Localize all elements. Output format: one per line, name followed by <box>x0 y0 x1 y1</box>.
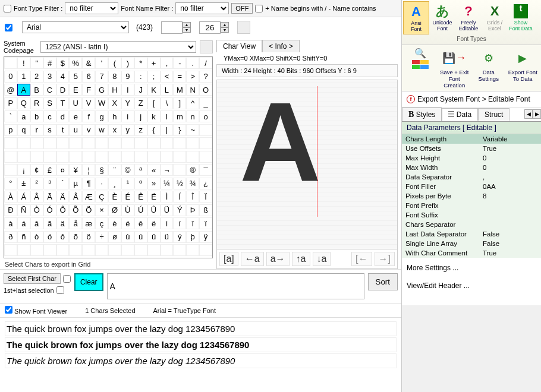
char-cell[interactable]: Ò <box>30 204 43 216</box>
tab-struct[interactable]: Struct <box>478 108 509 121</box>
char-cell[interactable]: $ <box>56 57 70 69</box>
char-cell[interactable]: w <box>95 124 108 136</box>
char-cell[interactable]: " <box>30 57 43 69</box>
char-cell[interactable]: · <box>95 178 108 189</box>
char-cell[interactable] <box>82 244 95 256</box>
char-cell[interactable]: Þ <box>186 204 199 216</box>
char-cell[interactable]: E <box>69 84 82 96</box>
char-cell[interactable]: º <box>134 178 147 189</box>
more-settings-link[interactable]: More Settings ... <box>407 264 536 272</box>
codepage-select[interactable]: 1252 (ANSI - latin I) <box>40 41 196 53</box>
char-cell[interactable] <box>147 137 161 149</box>
char-cell[interactable]: Õ <box>69 204 82 216</box>
char-cell[interactable]: Ï <box>199 191 212 203</box>
char-cell[interactable] <box>4 164 17 176</box>
char-cell[interactable]: & <box>82 57 95 69</box>
char-cell[interactable] <box>173 244 186 256</box>
char-cell[interactable]: Ý <box>173 204 186 216</box>
tool-shift-left[interactable]: ←a <box>241 252 264 266</box>
char-cell[interactable]: o <box>199 110 212 122</box>
filter-enable-checkbox[interactable] <box>4 5 11 12</box>
char-cell[interactable]: 4 <box>56 71 70 83</box>
char-cell[interactable]: . <box>186 57 199 69</box>
char-cell[interactable]: W <box>95 97 108 109</box>
char-cell[interactable]: þ <box>186 231 199 243</box>
font-index-up[interactable]: ▲ <box>183 22 191 27</box>
char-cell[interactable] <box>56 137 70 149</box>
char-cell[interactable]: ì <box>161 217 174 229</box>
clear-button[interactable]: Clear <box>74 273 103 291</box>
char-cell[interactable]: Â <box>30 191 43 203</box>
char-cell[interactable]: u <box>69 124 82 136</box>
char-cell[interactable]: R <box>30 97 43 109</box>
char-cell[interactable]: T <box>56 97 70 109</box>
char-cell[interactable]: 6 <box>82 71 95 83</box>
char-cell[interactable]: G <box>95 84 108 96</box>
char-cell[interactable]: Ô <box>56 204 70 216</box>
character-grid[interactable]: !"#$%&'()*+,-./0123456789:;<=>?@ABCDEFGH… <box>4 56 213 258</box>
char-cell[interactable]: ý <box>173 231 186 243</box>
char-cell[interactable]: | <box>161 124 174 136</box>
char-cell[interactable]: Ç <box>95 191 108 203</box>
tab-styles[interactable]: B Styles <box>402 108 442 121</box>
char-cell[interactable]: ¹ <box>121 178 134 189</box>
char-cell[interactable]: ` <box>4 110 17 122</box>
char-cell[interactable]: ç <box>95 217 108 229</box>
char-cell[interactable]: ! <box>17 57 30 69</box>
char-cell[interactable]: è <box>108 217 121 229</box>
char-cell[interactable]: í <box>173 217 186 229</box>
char-cell[interactable]: ¬ <box>161 164 174 176</box>
param-row[interactable]: Pixels per Byte8 <box>402 191 541 201</box>
param-row[interactable]: Font Suffix <box>402 210 541 220</box>
char-cell[interactable] <box>134 137 147 149</box>
char-cell[interactable] <box>30 244 43 256</box>
char-cell[interactable]: Q <box>17 97 30 109</box>
char-cell[interactable]: I <box>121 84 134 96</box>
filter-off-button[interactable]: OFF <box>231 3 253 14</box>
char-cell[interactable]: ë <box>147 217 161 229</box>
char-cell[interactable] <box>69 137 82 149</box>
font-name-select[interactable]: Arial <box>22 21 129 33</box>
char-cell[interactable]: Í <box>173 191 186 203</box>
char-cell[interactable] <box>82 151 95 163</box>
selected-chars-input[interactable] <box>107 273 364 299</box>
char-cell[interactable]: × <box>95 204 108 216</box>
char-cell[interactable] <box>173 164 186 176</box>
tab-info[interactable]: < Info > <box>262 40 300 52</box>
char-cell[interactable] <box>43 137 56 149</box>
char-cell[interactable]: s <box>43 124 56 136</box>
char-cell[interactable]: q <box>17 124 30 136</box>
char-cell[interactable]: v <box>82 124 95 136</box>
char-cell[interactable]: @ <box>4 84 17 96</box>
char-cell[interactable]: ] <box>173 97 186 109</box>
char-cell[interactable]: ¡ <box>17 164 30 176</box>
char-cell[interactable]: e <box>69 110 82 122</box>
char-cell[interactable] <box>134 151 147 163</box>
char-cell[interactable] <box>161 151 174 163</box>
char-cell[interactable]: û <box>147 231 161 243</box>
font-size-up[interactable]: ▲ <box>221 22 229 27</box>
char-cell[interactable] <box>17 137 30 149</box>
char-cell[interactable]: ó <box>43 231 56 243</box>
char-cell[interactable]: ¢ <box>30 164 43 176</box>
char-cell[interactable]: ¯ <box>199 164 212 176</box>
char-cell[interactable] <box>95 151 108 163</box>
char-cell[interactable]: ï <box>199 217 212 229</box>
char-cell[interactable]: Ù <box>121 204 134 216</box>
char-cell[interactable]: ° <box>4 178 17 189</box>
show-font-viewer-checkbox[interactable] <box>5 306 12 314</box>
char-cell[interactable]: Ñ <box>17 204 30 216</box>
char-cell[interactable]: 1 <box>17 71 30 83</box>
char-cell[interactable] <box>199 151 212 163</box>
char-cell[interactable]: © <box>121 164 134 176</box>
char-cell[interactable]: j <box>134 110 147 122</box>
first-last-checkbox[interactable] <box>56 286 64 294</box>
char-cell[interactable] <box>186 137 199 149</box>
char-cell[interactable]: O <box>199 84 212 96</box>
char-cell[interactable]: î <box>186 217 199 229</box>
char-cell[interactable]: t <box>56 124 70 136</box>
char-cell[interactable]: : <box>134 71 147 83</box>
char-cell[interactable] <box>82 137 95 149</box>
char-cell[interactable]: Ä <box>56 191 70 203</box>
char-cell[interactable] <box>199 124 212 136</box>
